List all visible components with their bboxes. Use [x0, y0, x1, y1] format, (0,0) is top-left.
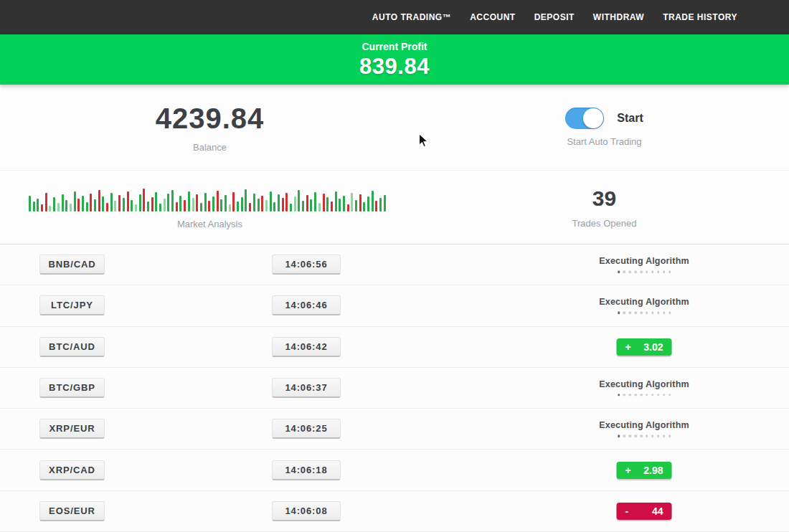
progress-dots	[599, 394, 689, 396]
chart-bar	[220, 199, 222, 212]
chart-bar	[253, 194, 255, 212]
time-button[interactable]: 14:06:42	[272, 337, 341, 357]
table-row: BNB/CAD 14:06:56 Executing Algorithm	[0, 244, 789, 285]
chart-bar	[343, 196, 345, 212]
chart-bar	[278, 194, 280, 212]
chart-bar	[335, 191, 337, 212]
toggle-knob	[583, 108, 603, 128]
pair-button[interactable]: XRP/CAD	[39, 460, 105, 480]
chart-bar	[241, 197, 243, 212]
time-button[interactable]: 14:06:18	[272, 460, 341, 480]
pair-button[interactable]: BTC/GBP	[39, 378, 105, 398]
chart-bar	[270, 191, 272, 212]
chart-bar	[285, 193, 288, 212]
chart-bar	[143, 189, 145, 212]
chart-bar	[347, 204, 349, 212]
top-nav: AUTO TRADING™ACCOUNTDEPOSITWITHDRAWTRADE…	[0, 0, 789, 34]
chart-bar	[70, 204, 72, 212]
chart-bar	[74, 191, 76, 212]
chart-bar	[155, 192, 157, 212]
nav-item-auto-trading[interactable]: AUTO TRADING™	[372, 12, 451, 22]
chart-bar	[171, 190, 174, 212]
chart-bar	[114, 201, 116, 212]
time-button[interactable]: 14:06:08	[272, 501, 341, 521]
time-button[interactable]: 14:06:56	[272, 255, 341, 275]
chart-bar	[225, 195, 227, 212]
pair-button[interactable]: BTC/AUD	[39, 337, 105, 357]
pair-button[interactable]: XRP/EUR	[39, 419, 105, 439]
chart-bar	[33, 201, 35, 212]
table-row: BTC/GBP 14:06:37 Executing Algorithm	[0, 368, 789, 409]
chart-bar	[306, 195, 308, 212]
chart-bar	[90, 194, 92, 212]
chart-bar	[62, 194, 64, 212]
nav-item-deposit[interactable]: DEPOSIT	[534, 12, 575, 22]
trade-status: +3.02	[617, 338, 672, 356]
trade-status: -44	[617, 503, 672, 520]
chart-bar	[164, 199, 166, 212]
nav-item-trade-history[interactable]: TRADE HISTORY	[663, 12, 737, 22]
chart-bar	[179, 196, 181, 212]
balance-value: 4239.84	[156, 103, 265, 135]
profit-banner: Current Profit 839.84	[0, 34, 789, 85]
chart-bar	[192, 198, 194, 212]
auto-trading-toggle[interactable]	[565, 108, 604, 129]
toggle-label: Start	[617, 112, 643, 125]
chart-bar	[359, 194, 362, 212]
trades-opened-label: Trades Opened	[572, 218, 637, 229]
table-row: XRP/CAD 14:06:18 +2.98	[0, 450, 789, 490]
chart-bar	[273, 202, 275, 212]
market-section: Market Analysis 39 Trades Opened	[0, 171, 789, 244]
chart-bar	[302, 201, 304, 212]
chart-bar	[176, 202, 178, 212]
chart-bar	[232, 192, 235, 212]
chart-bar	[77, 199, 80, 212]
chart-bar	[351, 193, 353, 212]
market-analysis-label: Market Analysis	[177, 219, 242, 229]
balance-label: Balance	[193, 142, 227, 153]
chart-bar	[159, 204, 161, 212]
trade-list: BNB/CAD 14:06:56 Executing Algorithm LTC…	[0, 244, 789, 532]
chart-bar	[204, 193, 207, 212]
pair-button[interactable]: BNB/CAD	[39, 255, 105, 275]
chart-bar	[188, 191, 190, 212]
chart-bar	[265, 200, 268, 212]
balance-section: 4239.84 Balance Start Start Auto Trading	[0, 85, 789, 171]
executing-algorithm-label: Executing Algorithm	[599, 298, 689, 308]
chart-bar	[367, 196, 369, 212]
profit-badge: +2.98	[617, 462, 672, 479]
trade-status: Executing Algorithm	[599, 421, 689, 437]
chart-bar	[57, 203, 60, 212]
chart-bar	[258, 199, 260, 212]
loss-badge: -44	[617, 503, 672, 520]
chart-bar	[118, 195, 121, 212]
chart-bar	[375, 201, 377, 212]
table-row: EOS/EUR 14:06:08 -44	[0, 491, 789, 532]
time-button[interactable]: 14:06:37	[272, 378, 341, 398]
profit-badge: +3.02	[617, 338, 672, 356]
chart-bar	[314, 192, 316, 212]
time-button[interactable]: 14:06:25	[272, 419, 341, 439]
pair-button[interactable]: EOS/EUR	[39, 501, 105, 521]
table-row: XRP/EUR 14:06:25 Executing Algorithm	[0, 409, 789, 450]
chart-bar	[184, 200, 186, 212]
nav-item-account[interactable]: ACCOUNT	[470, 12, 516, 22]
chart-bar	[98, 190, 100, 212]
table-row: LTC/JPY 14:06:46 Executing Algorithm	[0, 285, 789, 326]
chart-bar	[139, 194, 141, 212]
chart-bar	[151, 197, 153, 212]
nav-item-withdraw[interactable]: WITHDRAW	[593, 12, 644, 22]
chart-bar	[94, 199, 96, 212]
time-button[interactable]: 14:06:46	[272, 295, 341, 315]
pair-button[interactable]: LTC/JPY	[39, 295, 105, 315]
chart-bar	[131, 200, 133, 212]
chart-bar	[49, 206, 51, 212]
chart-bar	[127, 191, 129, 212]
chart-bar	[229, 204, 231, 212]
chart-bar	[372, 191, 374, 212]
chart-bar	[363, 202, 365, 212]
chart-bar	[110, 193, 113, 212]
chart-bar	[196, 194, 198, 212]
chart-bar	[167, 194, 169, 212]
chart-bar	[86, 202, 88, 212]
